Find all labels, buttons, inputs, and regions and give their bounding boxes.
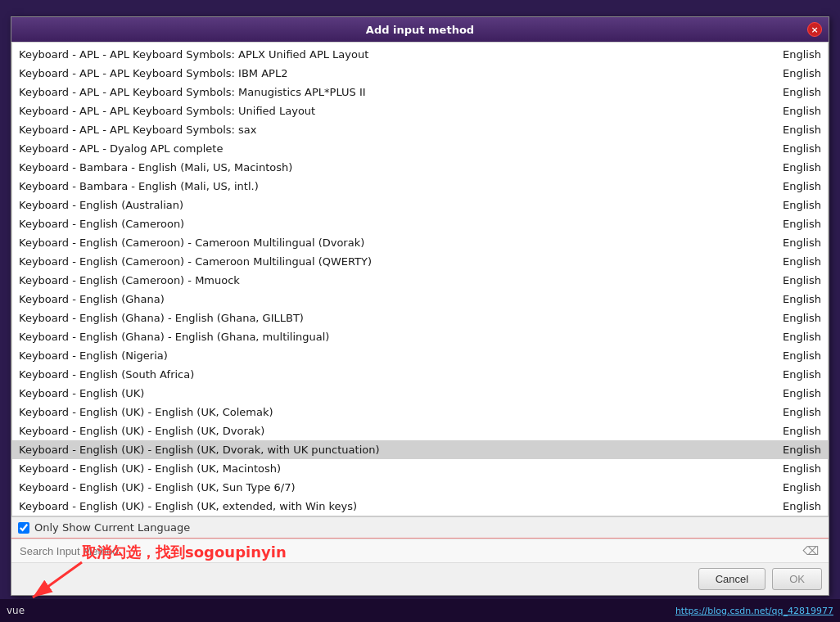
- list-item-name: Keyboard - English (UK) - English (UK, M…: [19, 462, 281, 475]
- list-item-name: Keyboard - English (Nigeria): [19, 349, 168, 362]
- cancel-button[interactable]: Cancel: [698, 568, 765, 590]
- list-item[interactable]: Keyboard - English (UK) English: [12, 384, 828, 403]
- list-item-lang: English: [764, 161, 821, 174]
- list-item[interactable]: Keyboard - Bambara - English (Mali, US, …: [12, 177, 828, 196]
- list-item[interactable]: Keyboard - English (UK) - English (UK, M…: [12, 459, 828, 478]
- list-item-name: Keyboard - English (Australian): [19, 199, 183, 211]
- list-item[interactable]: Keyboard - English (Ghana) - English (Gh…: [12, 309, 828, 327]
- list-item-lang: English: [764, 462, 821, 475]
- list-item-name: Keyboard - English (UK) - English (UK, S…: [19, 481, 296, 494]
- list-item-name: Keyboard - APL - Dyalog APL complete: [19, 142, 223, 155]
- list-item[interactable]: Keyboard - English (Nigeria) English: [12, 346, 828, 365]
- close-button[interactable]: ×: [807, 22, 822, 37]
- list-item-lang: English: [764, 48, 821, 61]
- list-item[interactable]: Keyboard - English (Cameroon) - Mmuock E…: [12, 271, 828, 290]
- list-item-name: Keyboard - APL - APL Keyboard Symbols: I…: [19, 67, 287, 79]
- list-item[interactable]: Keyboard - English (Ghana) English: [12, 290, 828, 309]
- list-item-lang: English: [764, 218, 821, 230]
- list-item-name: Keyboard - English (Ghana) - English (Gh…: [19, 312, 304, 324]
- list-item-lang: English: [764, 293, 821, 305]
- taskbar: vue https://blog.csdn.net/qq_42819977: [0, 599, 840, 622]
- list-item-lang: English: [764, 180, 821, 192]
- list-item-name: Keyboard - English (Ghana) - English (Gh…: [19, 331, 329, 343]
- list-item-name: Keyboard - English (Cameroon) - Cameroon…: [19, 255, 372, 268]
- list-item[interactable]: Keyboard - APL - APL Keyboard Symbols: M…: [12, 83, 828, 101]
- list-item-name: Keyboard - English (South Africa): [19, 368, 194, 381]
- list-item-name: Keyboard - Bambara - English (Mali, US, …: [19, 180, 259, 192]
- list-item[interactable]: Keyboard - Bambara - English (Mali, US, …: [12, 158, 828, 177]
- list-item[interactable]: Keyboard - English (UK) - English (UK, D…: [12, 440, 828, 459]
- dialog-titlebar: Add input method ×: [11, 17, 829, 42]
- list-item-lang: English: [764, 105, 821, 117]
- list-item-lang: English: [764, 500, 821, 512]
- list-item-name: Keyboard - APL - APL Keyboard Symbols: M…: [19, 86, 366, 98]
- list-item-name: Keyboard - English (UK) - English (UK, D…: [19, 444, 380, 456]
- list-item-lang: English: [764, 274, 821, 286]
- list-item-name: Keyboard - English (Cameroon): [19, 218, 184, 230]
- list-item-lang: English: [764, 67, 821, 79]
- list-item-lang: English: [764, 255, 821, 268]
- list-item-name: Keyboard - APL - APL Keyboard Symbols: A…: [19, 48, 368, 61]
- taskbar-url[interactable]: https://blog.csdn.net/qq_42819977: [675, 606, 833, 616]
- list-item-lang: English: [764, 142, 821, 155]
- dialog-title: Add input method: [33, 24, 807, 36]
- list-item-name: Keyboard - Bambara - English (Mali, US, …: [19, 161, 292, 174]
- clear-search-icon[interactable]: ⌫: [799, 543, 822, 559]
- list-item[interactable]: Keyboard - APL - APL Keyboard Symbols: A…: [12, 45, 828, 64]
- list-item-lang: English: [764, 387, 821, 399]
- list-item-name: Keyboard - English (Ghana): [19, 293, 165, 305]
- show-current-language-checkbox[interactable]: [18, 522, 29, 534]
- list-item[interactable]: Keyboard - English (UK) - English (UK, D…: [12, 421, 828, 440]
- list-item[interactable]: Keyboard - English (UK) - English (UK, S…: [12, 478, 828, 497]
- list-item-lang: English: [764, 444, 821, 456]
- list-item-lang: English: [764, 312, 821, 324]
- list-item-lang: English: [764, 331, 821, 343]
- button-row: Cancel OK: [11, 563, 829, 595]
- list-item[interactable]: Keyboard - APL - APL Keyboard Symbols: s…: [12, 120, 828, 139]
- list-item[interactable]: Keyboard - English (UK) - English (UK, e…: [12, 497, 828, 516]
- list-item-name: Keyboard - English (UK) - English (UK, e…: [19, 500, 357, 512]
- list-item[interactable]: Keyboard - APL - APL Keyboard Symbols: I…: [12, 64, 828, 83]
- list-item-lang: English: [764, 368, 821, 381]
- list-item-name: Keyboard - English (Cameroon) - Cameroon…: [19, 237, 364, 249]
- taskbar-app-label: vue: [7, 605, 25, 616]
- list-item-name: Keyboard - APL - APL Keyboard Symbols: U…: [19, 105, 315, 117]
- list-item[interactable]: Keyboard - English (Cameroon) - Cameroon…: [12, 233, 828, 252]
- list-item-lang: English: [764, 86, 821, 98]
- list-item[interactable]: Keyboard - English (Ghana) - English (Gh…: [12, 327, 828, 346]
- list-item-lang: English: [764, 406, 821, 418]
- list-item-lang: English: [764, 481, 821, 494]
- list-item-name: Keyboard - English (UK): [19, 387, 144, 399]
- list-item[interactable]: Keyboard - English (Australian) English: [12, 196, 828, 214]
- list-item-lang: English: [764, 237, 821, 249]
- list-item-lang: English: [764, 199, 821, 211]
- list-item[interactable]: Keyboard - APL - Dyalog APL complete Eng…: [12, 139, 828, 158]
- list-item[interactable]: Keyboard - APL - APL Keyboard Symbols: U…: [12, 101, 828, 120]
- list-item-lang: English: [764, 425, 821, 437]
- checkbox-row: Only Show Current Language: [11, 516, 829, 539]
- list-item[interactable]: Keyboard - English (Cameroon) English: [12, 214, 828, 233]
- list-item-name: Keyboard - English (UK) - English (UK, C…: [19, 406, 273, 418]
- search-input[interactable]: [18, 543, 799, 559]
- search-row: ⌫: [11, 539, 829, 563]
- ok-button[interactable]: OK: [772, 568, 822, 590]
- list-item-name: Keyboard - English (UK) - English (UK, D…: [19, 425, 264, 437]
- input-method-list: Keyboard - APL English Keyboard - APL - …: [11, 42, 829, 516]
- list-item-name: Keyboard - English (Cameroon) - Mmuock: [19, 274, 240, 286]
- list-item[interactable]: Keyboard - English (South Africa) Englis…: [12, 365, 828, 384]
- list-item-lang: English: [764, 349, 821, 362]
- show-current-language-label[interactable]: Only Show Current Language: [34, 521, 190, 534]
- add-input-method-dialog: Add input method × Keyboard - APL Englis…: [11, 16, 829, 596]
- list-item-name: Keyboard - APL - APL Keyboard Symbols: s…: [19, 124, 257, 136]
- list-item[interactable]: Keyboard - English (Cameroon) - Cameroon…: [12, 252, 828, 271]
- list-item-lang: English: [764, 124, 821, 136]
- list-item[interactable]: Keyboard - English (UK) - English (UK, C…: [12, 403, 828, 421]
